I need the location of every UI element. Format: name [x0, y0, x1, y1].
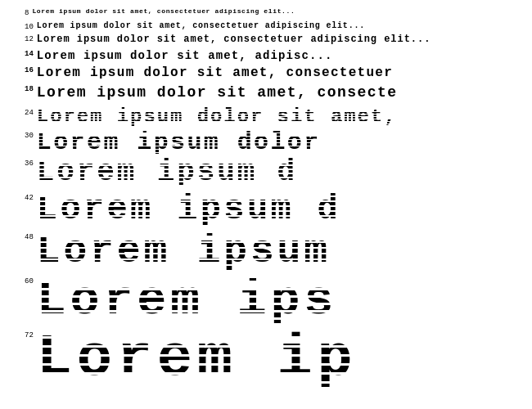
line-number-8: 8	[25, 7, 29, 19]
text-line-36: 36 Lorem ipsum d	[25, 158, 532, 187]
text-14: Lorem ipsum dolor sit amet, adipisc...	[37, 48, 333, 63]
text-line-18: 18 Lorem ipsum dolor sit amet, consecte	[25, 83, 532, 102]
line-number-16: 16	[25, 65, 34, 76]
text-42: Lorem ipsum d	[37, 192, 340, 227]
text-48: Lorem ipsum	[37, 231, 331, 271]
text-line-8: 8 Lorem ipsum dolor sit amet, consectetu…	[25, 7, 532, 19]
line-number-48: 48	[25, 231, 34, 241]
line-number-12: 12	[25, 34, 34, 45]
line-number-60: 60	[25, 276, 34, 285]
text-line-48: 48 Lorem ipsum	[25, 231, 532, 271]
text-line-30: 30 Lorem ipsum dolor	[25, 130, 532, 155]
text-line-16: 16 Lorem ipsum dolor sit amet, consectet…	[25, 65, 532, 82]
text-18: Lorem ipsum dolor sit amet, consecte	[37, 83, 398, 102]
text-10: Lorem ipsum dolor sit amet, consectetuer…	[37, 20, 365, 32]
text-line-14: 14 Lorem ipsum dolor sit amet, adipisc..…	[25, 48, 532, 63]
line-number-18: 18	[25, 83, 34, 95]
text-36: Lorem ipsum d	[37, 158, 297, 187]
line-number-30: 30	[25, 130, 34, 140]
text-60: Lorem ips	[37, 276, 337, 325]
line-number-36: 36	[25, 158, 34, 168]
text-line-12: 12 Lorem ipsum dolor sit amet, consectet…	[25, 34, 532, 47]
text-line-10: 10 Lorem ipsum dolor sit amet, consectet…	[25, 20, 532, 33]
line-number-10: 10	[25, 20, 34, 33]
text-line-42: 42 Lorem ipsum d	[25, 192, 532, 227]
text-24: Lorem ipsum dolor sit amet,	[37, 107, 398, 127]
line-number-14: 14	[25, 48, 34, 60]
line-number-72: 72	[25, 330, 34, 339]
text-72: Lorem ip	[37, 330, 358, 389]
text-line-24: 24 Lorem ipsum dolor sit amet,	[25, 107, 532, 127]
line-number-24: 24	[25, 107, 34, 117]
text-line-72: 72 Lorem ip	[25, 330, 532, 389]
line-number-42: 42	[25, 192, 34, 202]
text-8: Lorem ipsum dolor sit amet, consectetuer…	[32, 7, 295, 16]
text-30: Lorem ipsum dolor	[37, 130, 321, 155]
text-16: Lorem ipsum dolor sit amet, consectetuer	[37, 65, 393, 82]
text-line-60: 60 Lorem ips	[25, 276, 532, 325]
text-12: Lorem ipsum dolor sit amet, consectetuer…	[37, 34, 431, 47]
main-content: 8 Lorem ipsum dolor sit amet, consectetu…	[0, 0, 532, 409]
